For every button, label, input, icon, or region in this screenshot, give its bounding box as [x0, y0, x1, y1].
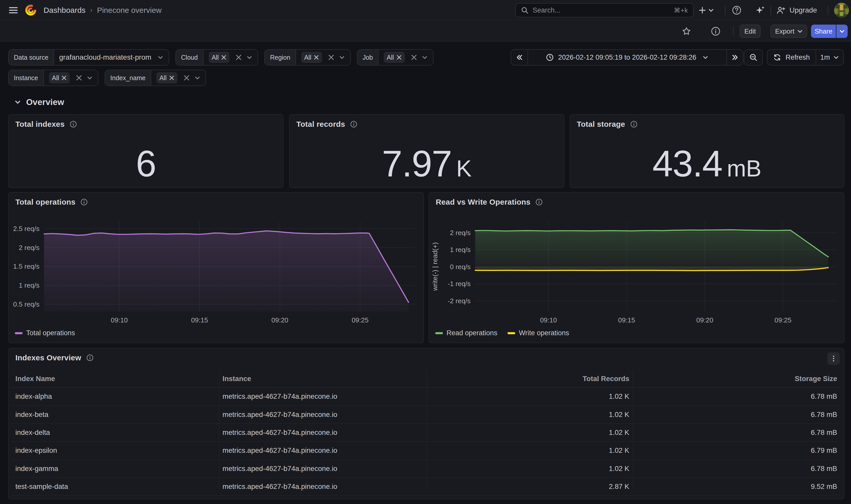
table-row[interactable]: index-gamma metrics.aped-4627-b74a.pinec… [12, 460, 841, 478]
info-icon[interactable] [86, 354, 93, 361]
legend-item-read-operations[interactable]: Read operations [435, 329, 497, 337]
refresh-interval-picker[interactable]: 1m [816, 50, 843, 65]
remove-value-icon [314, 55, 319, 60]
filter-index-name-value[interactable]: All [151, 70, 206, 86]
chart-legend: Read operations Write operations [435, 329, 569, 337]
panel-header: Indexes Overview [15, 354, 93, 362]
cell-storage-size: 6.78 mB [633, 465, 841, 473]
top-nav-bar: Dashboards › Pinecone overview Search...… [0, 0, 851, 20]
table-row[interactable]: index-delta metrics.aped-4627-b74a.pinec… [12, 424, 841, 442]
help-button[interactable] [730, 3, 744, 17]
filters-row-1: Data source grafanacloud-mariatest-prom … [8, 49, 433, 66]
filter-job-chip[interactable]: All [384, 52, 405, 63]
table-header-row: Index Name Instance Total Records Storag… [12, 370, 841, 388]
zoom-out-button[interactable] [744, 49, 763, 66]
panel-menu-button[interactable] [828, 353, 840, 365]
info-icon[interactable] [630, 121, 638, 128]
clear-filter-icon [328, 54, 334, 60]
column-header-storage-size[interactable]: Storage Size [633, 375, 841, 383]
time-shift-forward-button[interactable] [726, 50, 743, 65]
overview-section-toggle[interactable]: Overview [14, 97, 64, 107]
upgrade-button[interactable]: Upgrade [776, 3, 817, 17]
filter-job-label[interactable]: Job [357, 50, 378, 65]
svg-text:-2 req/s: -2 req/s [448, 297, 471, 305]
time-series-chart[interactable]: 0.5 req/s1 req/s1.5 req/s2 req/s2.5 req/… [9, 193, 424, 344]
filter-job-value[interactable]: All [379, 50, 433, 65]
filter-index-name-chip[interactable]: All [156, 72, 177, 84]
svg-text:1 req/s: 1 req/s [19, 282, 39, 289]
filter-instance-value[interactable]: All [44, 70, 98, 86]
time-range-controls: 2026-02-12 09:05:19 to 2026-02-12 09:28:… [510, 49, 743, 66]
column-header-total-records[interactable]: Total Records [427, 375, 633, 383]
chevron-down-icon [14, 99, 21, 106]
cell-instance: metrics.aped-4627-b74a.pinecone.io [219, 411, 427, 419]
top-nav-right: Upgrade [0, 0, 851, 20]
divider [725, 6, 725, 15]
share-menu-button[interactable] [836, 24, 848, 38]
cell-index-name: index-beta [12, 411, 219, 419]
filter-instance-label[interactable]: Instance [9, 70, 44, 86]
time-shift-back-button[interactable] [511, 50, 527, 65]
time-series-chart[interactable]: -2 req/s-1 req/s0 req/s1 req/s2 req/s09:… [429, 193, 845, 344]
help-icon [732, 5, 742, 15]
time-range-picker[interactable]: 2026-02-12 09:05:19 to 2026-02-12 09:28:… [527, 50, 726, 65]
datasource-value[interactable]: grafanacloud-mariatest-prom [54, 50, 169, 65]
chevron-down-icon [157, 54, 163, 60]
filter-cloud-chip-label: All [212, 54, 219, 61]
refresh-icon [773, 54, 781, 61]
filter-region-label[interactable]: Region [265, 50, 296, 65]
filter-instance-chip[interactable]: All [49, 72, 70, 84]
svg-text:write(-) | read(+): write(-) | read(+) [431, 242, 439, 291]
column-header-instance[interactable]: Instance [219, 375, 427, 383]
table-row[interactable]: index-epsilon metrics.aped-4627-b74a.pin… [12, 442, 841, 460]
cell-total-records: 1.02 K [427, 465, 633, 473]
panel-total-indexes: Total indexes 6 [8, 114, 283, 188]
refresh-interval-value: 1m [820, 54, 830, 61]
dashboard-toolbar: Edit Export Share [0, 21, 851, 41]
filter-index-name-label[interactable]: Index_name [105, 70, 151, 86]
column-divider [219, 370, 220, 489]
svg-text:1 req/s: 1 req/s [450, 246, 471, 254]
table-row[interactable]: index-alpha metrics.aped-4627-b74a.pinec… [12, 388, 841, 406]
legend-swatch [15, 332, 22, 334]
edit-button-label: Edit [744, 28, 756, 35]
grafana-assistant-button[interactable] [752, 3, 768, 17]
svg-text:09:10: 09:10 [111, 316, 128, 324]
panel-title: Total storage [577, 120, 625, 129]
info-icon[interactable] [70, 121, 77, 128]
filter-cloud-chip[interactable]: All [209, 52, 230, 63]
svg-text:2 req/s: 2 req/s [450, 229, 471, 237]
legend-item-write-operations[interactable]: Write operations [507, 329, 569, 337]
section-title: Overview [26, 97, 64, 107]
table-row[interactable]: index-beta metrics.aped-4627-b74a.pineco… [12, 406, 841, 424]
filter-cloud-label[interactable]: Cloud [176, 50, 203, 65]
info-icon[interactable] [350, 121, 357, 128]
refresh-button[interactable]: Refresh [767, 50, 816, 65]
avatar[interactable] [834, 3, 849, 18]
filter-region: Region All [264, 49, 351, 66]
legend-item-total-operations[interactable]: Total operations [15, 329, 75, 337]
chevron-down-icon [194, 75, 201, 81]
table-row[interactable]: test-sample-data metrics.aped-4627-b74a.… [12, 478, 841, 496]
filter-region-value[interactable]: All [296, 50, 350, 65]
chevrons-left-icon [516, 54, 523, 61]
add-new-button[interactable] [698, 3, 714, 17]
filter-region-chip[interactable]: All [301, 52, 322, 63]
grafana-dashboard-page: Dashboards › Pinecone overview Search...… [0, 0, 851, 504]
share-button[interactable]: Share [811, 24, 836, 38]
cell-index-name: index-alpha [12, 392, 219, 400]
chevron-down-icon [839, 28, 845, 34]
legend-swatch [507, 332, 515, 334]
column-header-index-name[interactable]: Index Name [12, 375, 219, 383]
cell-storage-size: 6.78 mB [633, 411, 841, 419]
edit-button[interactable]: Edit [740, 24, 761, 38]
time-range-text: 2026-02-12 09:05:19 to 2026-02-12 09:28:… [558, 54, 696, 61]
export-button[interactable]: Export [770, 24, 807, 38]
filter-instance-chip-label: All [52, 74, 59, 82]
favorite-star-button[interactable] [678, 24, 695, 38]
dashboard-info-button[interactable] [708, 24, 724, 38]
remove-value-icon [169, 75, 174, 80]
filter-cloud-value[interactable]: All [204, 50, 258, 65]
svg-text:2 req/s: 2 req/s [19, 244, 39, 251]
chevron-down-icon [422, 54, 428, 60]
